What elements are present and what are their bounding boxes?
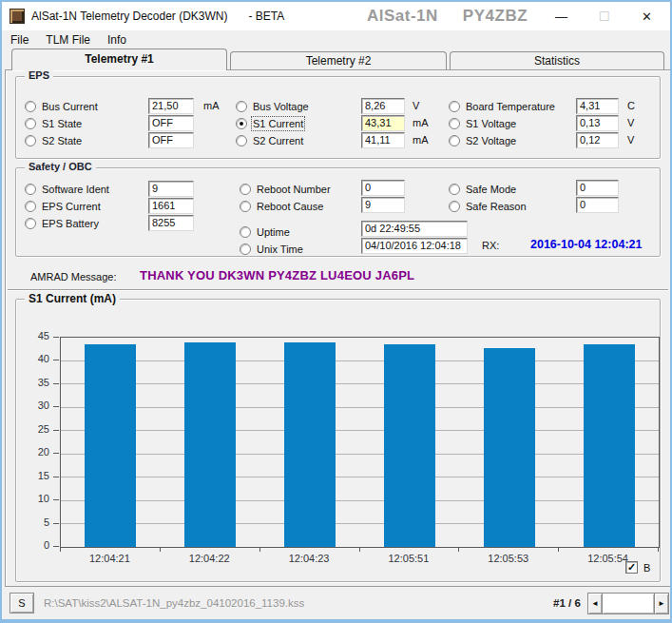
- radio-unix-time[interactable]: Unix Time: [240, 242, 303, 256]
- radio-s2-state[interactable]: S2 State: [25, 133, 82, 147]
- close-icon[interactable]: ✕: [625, 2, 668, 30]
- radio-uptime[interactable]: Uptime: [240, 224, 290, 239]
- menu-bar: File TLM File Info: [2, 30, 670, 49]
- s2-current-value[interactable]: 41,11: [361, 132, 405, 148]
- chart-title: S1 Current (mA): [25, 292, 120, 305]
- title-bar: AlSat-1N Telemetry Decoder (DK3WN)- BETA…: [2, 2, 670, 30]
- radio-label: Uptime: [257, 226, 290, 238]
- chart-container: S1 Current (mA) 051015202530354045 12:04…: [15, 299, 661, 582]
- b-checkbox[interactable]: ✓ B: [625, 561, 650, 574]
- safety-obc-group-title: Safety / OBC: [25, 161, 96, 172]
- radio-board-temperature[interactable]: Board Temperature: [449, 99, 555, 113]
- radio-safe-mode[interactable]: Safe Mode: [449, 182, 516, 196]
- separator-line: [8, 289, 668, 291]
- radio-label: Safe Mode: [466, 184, 516, 195]
- safe-mode-value[interactable]: 0: [576, 180, 619, 196]
- s2-voltage-value[interactable]: 0,12: [576, 132, 619, 148]
- tab-statistics[interactable]: Statistics: [450, 51, 664, 69]
- radio-reboot-cause[interactable]: Reboot Cause: [240, 199, 323, 213]
- radio-label: S1 Current: [253, 118, 303, 129]
- radio-icon: [25, 135, 36, 146]
- board-temperature-value[interactable]: 4,31: [576, 98, 619, 114]
- menu-info[interactable]: Info: [99, 33, 135, 47]
- tab-telemetry-2[interactable]: Telemetry #2: [230, 51, 447, 69]
- radio-icon: [25, 101, 36, 112]
- bus-current-value[interactable]: 21,50: [148, 98, 194, 114]
- reboot-cause-value[interactable]: 9: [361, 197, 405, 213]
- unit-label: C: [627, 100, 635, 111]
- radio-software-ident[interactable]: Software Ident: [25, 182, 109, 196]
- radio-label: Reboot Cause: [257, 201, 323, 212]
- unit-label: mA: [203, 100, 220, 111]
- radio-reboot-number[interactable]: Reboot Number: [240, 182, 331, 196]
- radio-bus-current[interactable]: Bus Current: [25, 99, 98, 113]
- radio-icon: [25, 184, 36, 195]
- window-title-beta: - BETA: [249, 10, 285, 23]
- unit-label: V: [627, 117, 634, 128]
- app-window: AlSat-1N Telemetry Decoder (DK3WN)- BETA…: [0, 0, 672, 623]
- radio-label: Unix Time: [257, 243, 303, 255]
- radio-selected-icon: [236, 118, 247, 129]
- radio-icon: [236, 101, 247, 112]
- unit-label: mA: [413, 117, 429, 128]
- radio-s2-current[interactable]: S2 Current: [236, 133, 303, 147]
- menu-file[interactable]: File: [2, 33, 37, 47]
- bus-voltage-value[interactable]: 8,26: [361, 98, 405, 114]
- record-counter: #1 / 6: [553, 597, 581, 609]
- reboot-number-value[interactable]: 0: [361, 180, 405, 196]
- b-checkbox-label: B: [643, 562, 650, 574]
- app-icon: [10, 9, 25, 24]
- radio-s1-voltage[interactable]: S1 Voltage: [449, 116, 516, 130]
- s1-voltage-value[interactable]: 0,13: [576, 115, 619, 131]
- radio-label: Reboot Number: [257, 184, 331, 195]
- radio-label: S2 Current: [253, 135, 303, 146]
- radio-safe-reason[interactable]: Safe Reason: [449, 199, 527, 213]
- s2-state-value[interactable]: OFF: [148, 132, 194, 148]
- unix-time-value[interactable]: 04/10/2016 12:04:18: [361, 238, 468, 254]
- eps-battery-value[interactable]: 8255: [148, 215, 194, 231]
- radio-icon: [25, 218, 36, 229]
- radio-s1-state[interactable]: S1 State: [25, 116, 82, 130]
- radio-label: EPS Current: [42, 201, 101, 212]
- menu-tlm-file[interactable]: TLM File: [37, 33, 99, 47]
- window-title-text: AlSat-1N Telemetry Decoder (DK3WN): [31, 10, 228, 23]
- s1-state-value[interactable]: OFF: [148, 115, 194, 131]
- radio-eps-current[interactable]: EPS Current: [25, 199, 101, 213]
- eps-groupbox: [15, 76, 661, 159]
- radio-s2-voltage[interactable]: S2 Voltage: [449, 133, 516, 147]
- unit-label: V: [413, 100, 419, 111]
- radio-bus-voltage[interactable]: Bus Voltage: [236, 99, 309, 113]
- unit-label: mA: [413, 134, 429, 146]
- tab-telemetry-1[interactable]: Telemetry #1: [11, 49, 227, 70]
- rx-label: RX:: [482, 240, 499, 251]
- radio-label: S2 State: [42, 135, 82, 146]
- scroll-left-icon[interactable]: ◄: [587, 593, 603, 614]
- radio-icon: [449, 135, 460, 146]
- radio-icon: [25, 118, 36, 129]
- amrad-message-text: THANK YOU DK3WN PY4ZBZ LU4EOU JA6PL: [140, 268, 414, 282]
- header-callsign: PY4ZBZ: [463, 7, 528, 25]
- radio-s1-current[interactable]: S1 Current: [236, 116, 303, 130]
- radio-eps-battery[interactable]: EPS Battery: [25, 216, 99, 230]
- radio-icon: [449, 201, 460, 212]
- maximize-icon[interactable]: ☐: [583, 2, 625, 30]
- s-button[interactable]: S: [10, 593, 34, 613]
- radio-icon: [449, 101, 460, 112]
- safe-reason-value[interactable]: 0: [576, 197, 619, 213]
- scrollbar-thumb[interactable]: [603, 593, 654, 614]
- scroll-right-icon[interactable]: ►: [654, 593, 669, 614]
- header-satellite-name: AlSat-1N: [367, 7, 438, 25]
- radio-label: Bus Voltage: [253, 101, 309, 112]
- record-scrollbar[interactable]: ◄ ►: [587, 593, 669, 614]
- uptime-value[interactable]: 0d 22:49:55: [361, 221, 468, 237]
- radio-label: Bus Current: [42, 101, 98, 112]
- s1-current-value[interactable]: 43,31: [361, 115, 405, 131]
- radio-icon: [25, 201, 36, 212]
- unit-label: V: [627, 134, 634, 146]
- radio-label: Safe Reason: [466, 201, 527, 212]
- eps-current-value[interactable]: 1661: [148, 198, 194, 214]
- software-ident-value[interactable]: 9: [148, 181, 194, 197]
- radio-icon: [449, 118, 460, 129]
- window-title: AlSat-1N Telemetry Decoder (DK3WN)- BETA: [31, 10, 284, 23]
- minimize-icon[interactable]: —: [540, 2, 583, 30]
